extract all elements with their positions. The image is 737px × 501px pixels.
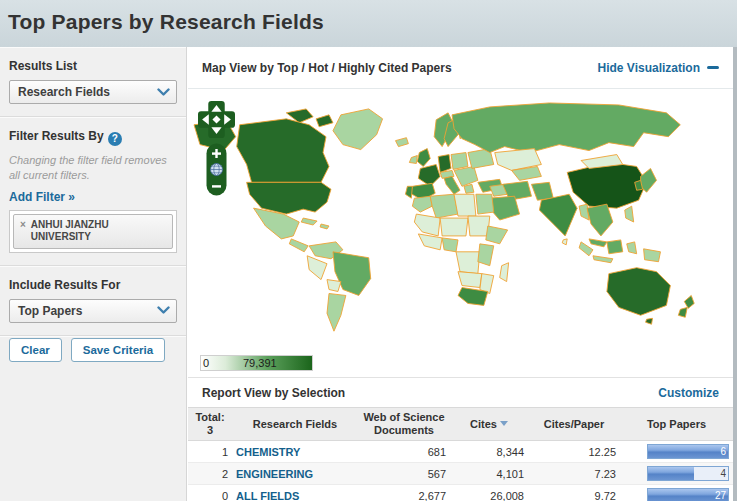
table-header-row: Total:3 Research Fields Web of Science D… <box>188 408 733 441</box>
results-list-value: Research Fields <box>18 85 110 99</box>
help-icon[interactable]: ? <box>108 132 122 146</box>
page-title: Top Papers by Research Fields <box>0 0 737 34</box>
report-view-title: Report View by Selection <box>202 386 345 400</box>
page-banner: Top Papers by Research Fields <box>0 0 737 47</box>
col-total: Total:3 <box>188 408 232 441</box>
col-research-fields[interactable]: Research Fields <box>232 408 358 441</box>
filter-chip-label: ANHUI JIANZHU UNIVERSITY <box>31 219 151 244</box>
row-docs: 2,677 <box>358 485 450 501</box>
include-results-value: Top Papers <box>18 304 82 318</box>
customize-link[interactable]: Customize <box>658 386 719 400</box>
chevron-down-icon <box>157 88 170 97</box>
results-list-select[interactable]: Research Fields <box>9 80 177 104</box>
top-papers-value: 4 <box>720 468 726 479</box>
row-cites-per-paper: 9.72 <box>528 485 620 501</box>
main-content: Map View by Top / Hot / Highly Cited Pap… <box>188 47 733 501</box>
map-view-title: Map View by Top / Hot / Highly Cited Pap… <box>202 61 452 75</box>
sort-desc-icon <box>500 421 508 426</box>
row-cites-per-paper: 12.25 <box>528 441 620 463</box>
minus-icon <box>707 66 719 69</box>
table-row: 2 ENGINEERING 567 4,101 7.23 4 <box>188 463 733 485</box>
include-results-section: Include Results For Top Papers <box>0 266 186 336</box>
filter-section: Filter Results By? Changing the filter f… <box>0 117 186 266</box>
row-cites: 4,101 <box>450 463 528 485</box>
filter-chip[interactable]: × ANHUI JIANZHU UNIVERSITY <box>13 214 173 249</box>
row-rank: 0 <box>188 485 232 501</box>
active-filter-list: × ANHUI JIANZHU UNIVERSITY <box>9 210 177 253</box>
report-panel-header: Report View by Selection Customize <box>188 377 733 407</box>
row-cites-per-paper: 7.23 <box>528 463 620 485</box>
research-field-link[interactable]: CHEMISTRY <box>236 446 300 458</box>
results-list-section: Results List Research Fields <box>0 47 186 117</box>
row-rank: 2 <box>188 463 232 485</box>
filter-note: Changing the filter field removes all cu… <box>9 153 177 183</box>
criteria-buttons: Clear Save Criteria <box>0 336 186 374</box>
report-table-body: 1 CHEMISTRY 681 8,344 12.25 6 2 ENGINEER… <box>188 441 733 501</box>
top-papers-bar: 27 <box>647 488 729 501</box>
world-map-region: 0 79,391 <box>188 89 733 377</box>
map-panel-header: Map View by Top / Hot / Highly Cited Pap… <box>188 47 733 89</box>
zoom-out-icon <box>212 185 221 187</box>
research-field-link[interactable]: ENGINEERING <box>236 468 313 480</box>
row-docs: 567 <box>358 463 450 485</box>
scale-min-label: 0 <box>203 357 209 369</box>
vertical-scrollbar[interactable] <box>733 47 737 501</box>
top-papers-bar: 4 <box>647 466 729 481</box>
world-choropleth-map[interactable] <box>192 95 728 357</box>
globe-icon <box>211 164 223 176</box>
include-results-label: Include Results For <box>9 278 177 292</box>
col-cites-per-paper[interactable]: Cites/Paper <box>528 408 620 441</box>
report-table: Total:3 Research Fields Web of Science D… <box>188 407 733 501</box>
scale-max-label: 79,391 <box>243 357 277 369</box>
table-row: 1 CHEMISTRY 681 8,344 12.25 6 <box>188 441 733 463</box>
remove-filter-icon[interactable]: × <box>20 219 26 244</box>
row-rank: 1 <box>188 441 232 463</box>
map-zoom-control[interactable] <box>206 143 227 196</box>
filter-by-label: Filter Results By <box>9 129 104 143</box>
row-cites: 8,344 <box>450 441 528 463</box>
row-docs: 681 <box>358 441 450 463</box>
col-wos-documents[interactable]: Web of Science Documents <box>358 408 450 441</box>
col-cites-sorted[interactable]: Cites <box>450 408 528 441</box>
map-color-scale: 0 79,391 <box>200 355 313 371</box>
research-field-link[interactable]: ALL FIELDS <box>236 490 299 501</box>
save-criteria-button[interactable]: Save Criteria <box>71 338 165 362</box>
top-papers-bar: 6 <box>647 444 729 459</box>
hide-visualization-link[interactable]: Hide Visualization <box>598 61 719 75</box>
include-results-select[interactable]: Top Papers <box>9 299 177 323</box>
map-pan-control[interactable] <box>198 101 235 138</box>
add-filter-link[interactable]: Add Filter » <box>9 190 75 204</box>
row-cites: 26,008 <box>450 485 528 501</box>
top-papers-value: 6 <box>720 446 726 457</box>
sidebar: Results List Research Fields Filter Resu… <box>0 47 187 501</box>
top-papers-value: 27 <box>715 490 726 501</box>
table-row: 0 ALL FIELDS 2,677 26,008 9.72 27 <box>188 485 733 501</box>
chevron-down-icon <box>157 306 170 315</box>
clear-button[interactable]: Clear <box>9 338 62 362</box>
col-top-papers[interactable]: Top Papers <box>620 408 733 441</box>
results-list-label: Results List <box>9 59 177 73</box>
